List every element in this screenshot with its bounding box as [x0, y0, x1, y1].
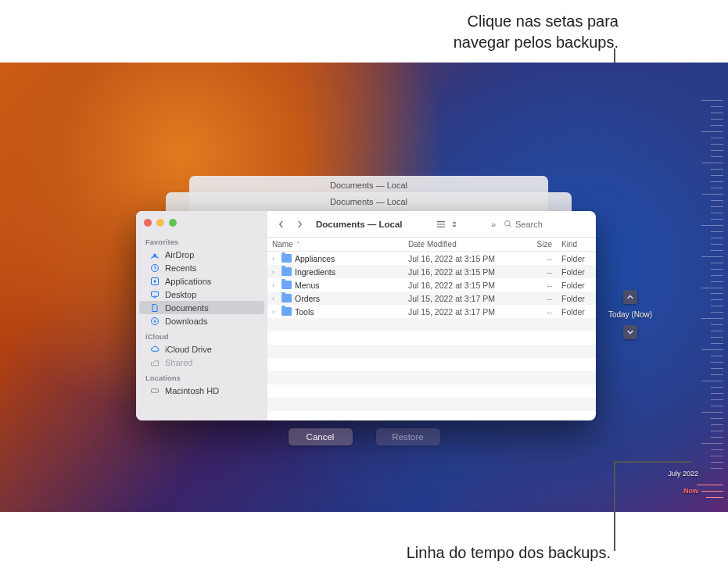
timeline-tick[interactable] — [711, 200, 723, 201]
timeline-tick[interactable] — [711, 431, 723, 431]
timeline-tick[interactable] — [711, 219, 723, 220]
backup-timeline[interactable]: July 2022 Now — [684, 100, 723, 506]
table-row[interactable]: ›OrdersJul 15, 2022 at 3:17 PM--Folder — [267, 292, 596, 305]
timeline-tick[interactable] — [711, 275, 723, 276]
timeline-tick[interactable] — [711, 144, 723, 145]
timeline-tick[interactable] — [711, 324, 723, 325]
timeline-tick[interactable] — [711, 362, 723, 363]
timeline-tick[interactable] — [711, 244, 723, 245]
timeline-tick[interactable] — [701, 163, 723, 163]
sidebar-item-documents[interactable]: Documents — [139, 301, 264, 314]
cancel-button[interactable]: Cancel — [289, 428, 353, 445]
timeline-tick-recent[interactable] — [706, 497, 723, 498]
file-list[interactable]: ›AppliancesJul 16, 2022 at 3:15 PM--Fold… — [267, 252, 596, 420]
timeline-tick[interactable] — [711, 462, 723, 463]
timeline-tick[interactable] — [711, 337, 723, 338]
timeline-tick[interactable] — [711, 169, 723, 170]
close-button[interactable] — [144, 219, 152, 227]
sidebar-item-macintosh-hd[interactable]: Macintosh HD — [139, 384, 264, 397]
timeline-tick[interactable] — [711, 269, 723, 270]
timeline-tick[interactable] — [711, 181, 723, 182]
timeline-tick[interactable] — [711, 293, 723, 294]
timeline-tick[interactable] — [711, 175, 723, 176]
forward-button[interactable] — [292, 217, 307, 231]
timeline-tick[interactable] — [711, 238, 723, 238]
disclosure-icon[interactable]: › — [272, 255, 278, 263]
timeline-tick[interactable] — [701, 256, 723, 257]
table-row[interactable]: ›MenusJul 16, 2022 at 3:15 PM--Folder — [267, 278, 596, 292]
timeline-tick[interactable] — [701, 381, 723, 381]
timeline-tick[interactable] — [701, 443, 723, 444]
sidebar-item-airdrop[interactable]: AirDrop — [139, 248, 264, 261]
timeline-tick[interactable] — [711, 343, 723, 344]
timeline-tick[interactable] — [711, 119, 723, 120]
timeline-tick[interactable] — [711, 449, 723, 450]
timeline-tick[interactable] — [711, 393, 723, 394]
timeline-tick[interactable] — [711, 138, 723, 138]
disclosure-icon[interactable]: › — [272, 308, 278, 316]
timeline-tick[interactable] — [711, 106, 723, 107]
timeline-tick[interactable] — [711, 456, 723, 456]
timeline-tick-recent[interactable] — [697, 485, 723, 485]
timeline-tick[interactable] — [701, 288, 723, 288]
disclosure-icon[interactable]: › — [272, 295, 278, 302]
timeline-tick[interactable] — [711, 150, 723, 151]
timeline-tick[interactable] — [711, 437, 723, 438]
sidebar-item-downloads[interactable]: Downloads — [139, 314, 264, 327]
sidebar-item-shared[interactable]: Shared — [139, 356, 264, 369]
timeline-tick[interactable] — [711, 213, 723, 213]
sidebar-item-applications[interactable]: Applications — [139, 274, 264, 288]
search-field[interactable] — [504, 220, 590, 229]
table-row[interactable]: ›IngredientsJul 16, 2022 at 3:15 PM--Fol… — [267, 265, 596, 278]
timeline-tick[interactable] — [711, 424, 723, 425]
timeline-tick[interactable] — [711, 263, 723, 263]
timeline-tick[interactable] — [701, 194, 723, 195]
sidebar-item-desktop[interactable]: Desktop — [139, 288, 264, 301]
back-button[interactable] — [274, 217, 288, 231]
timeline-tick[interactable] — [701, 349, 723, 350]
column-kind[interactable]: Kind — [557, 240, 596, 249]
timeline-tick[interactable] — [711, 125, 723, 126]
timeline-tick[interactable] — [701, 100, 723, 101]
timeline-tick[interactable] — [711, 399, 723, 400]
minimize-button[interactable] — [156, 219, 164, 227]
sidebar-item-icloud-drive[interactable]: iCloud Drive — [139, 342, 264, 356]
timeline-tick[interactable] — [701, 131, 723, 132]
table-row[interactable]: ›ToolsJul 15, 2022 at 3:17 PM--Folder — [267, 305, 596, 318]
timeline-tick[interactable] — [711, 331, 723, 331]
search-input[interactable] — [515, 220, 578, 229]
timeline-tick[interactable] — [711, 312, 723, 313]
timeline-tick[interactable] — [711, 113, 723, 113]
timeline-tick[interactable] — [701, 412, 723, 413]
timeline-tick[interactable] — [711, 299, 723, 300]
nav-older-button[interactable] — [623, 290, 637, 304]
timeline-tick[interactable] — [711, 188, 723, 188]
timeline-tick[interactable] — [711, 368, 723, 369]
timeline-tick[interactable] — [711, 206, 723, 207]
sidebar-item-recents[interactable]: Recents — [139, 261, 264, 274]
timeline-tick[interactable] — [711, 406, 723, 406]
column-name[interactable]: Name⌃ — [267, 240, 403, 249]
table-row[interactable]: ›AppliancesJul 16, 2022 at 3:15 PM--Fold… — [267, 252, 596, 265]
zoom-button[interactable] — [169, 219, 177, 227]
timeline-tick-recent[interactable] — [701, 491, 723, 492]
timeline-tick[interactable] — [711, 231, 723, 232]
timeline-tick[interactable] — [711, 250, 723, 251]
timeline-tick[interactable] — [711, 281, 723, 282]
disclosure-icon[interactable]: › — [272, 268, 278, 276]
nav-newer-button[interactable] — [623, 325, 637, 339]
restore-button[interactable]: Restore — [376, 428, 440, 445]
timeline-tick[interactable] — [711, 468, 723, 469]
timeline-tick[interactable] — [711, 418, 723, 419]
timeline-tick[interactable] — [701, 318, 723, 319]
timeline-tick[interactable] — [711, 387, 723, 388]
timeline-tick[interactable] — [711, 156, 723, 157]
column-size[interactable]: Size — [521, 240, 557, 249]
timeline-tick[interactable] — [711, 356, 723, 356]
timeline-tick[interactable] — [711, 306, 723, 306]
view-mode-list[interactable] — [436, 220, 460, 229]
column-date[interactable]: Date Modified — [403, 240, 521, 249]
disclosure-icon[interactable]: › — [272, 281, 278, 289]
toolbar-overflow[interactable]: » — [488, 220, 499, 229]
timeline-tick[interactable] — [711, 374, 723, 375]
